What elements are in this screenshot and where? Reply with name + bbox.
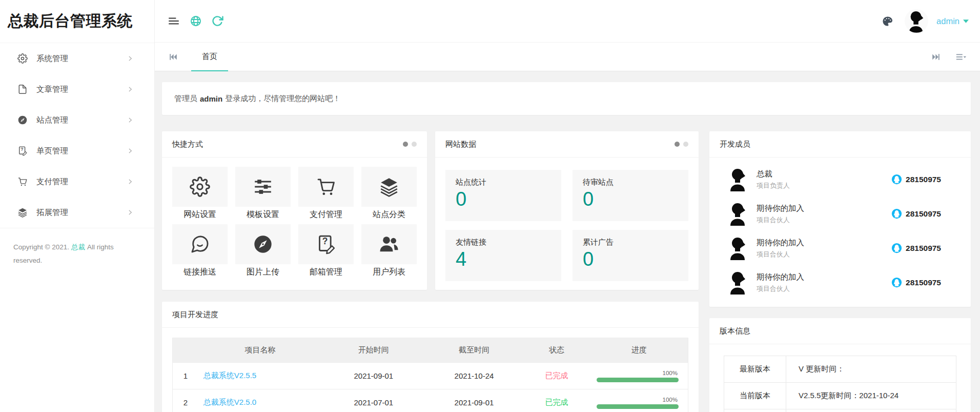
stat-value: 4: [456, 248, 551, 271]
carousel-dot-active[interactable]: [675, 142, 680, 147]
carousel-dot[interactable]: [412, 142, 417, 147]
chevron-right-icon: [127, 178, 134, 185]
shortcut-label: 模板设置: [235, 209, 291, 220]
topbar: admin: [155, 0, 980, 43]
username[interactable]: admin: [936, 16, 959, 26]
caret-down-icon[interactable]: [963, 19, 969, 23]
shortcut-template-settings[interactable]: 模板设置: [235, 167, 291, 220]
scroll-tabs-right-icon[interactable]: [931, 52, 941, 62]
status-badge: 已完成: [523, 389, 590, 412]
member-qq[interactable]: 28150975: [891, 243, 941, 253]
project-progress-panel: 项目开发进度 项目名: [162, 302, 699, 412]
panel-title: 网站数据: [445, 140, 476, 149]
sidebar-item-article-management[interactable]: 文章管理: [0, 74, 154, 105]
table-row: 最新版本 V 更新时间：: [724, 356, 956, 383]
project-link[interactable]: 总裁系统V2.5.5: [203, 371, 256, 380]
layers-icon: [17, 207, 28, 218]
version-table: 最新版本 V 更新时间： 当前版本 V2.5.5更新时间：2021-10-24: [724, 356, 956, 412]
member-name: 期待你的加入: [757, 272, 804, 283]
project-link[interactable]: 总裁系统V2.5.0: [203, 398, 256, 406]
member-avatar-icon: [728, 202, 748, 226]
welcome-role: 管理员: [174, 94, 197, 104]
progress-bar: [597, 378, 679, 382]
sidebar-menu: 系统管理 文章管理 站点管理 单页管理 支付管理: [0, 43, 154, 228]
panel-title: 项目开发进度: [172, 310, 218, 320]
table-row: 2 总裁系统V2.5.0 2021-07-01 2021-09-01 已完成 1…: [173, 389, 688, 412]
shortcut-mailbox-management[interactable]: 邮箱管理: [298, 224, 354, 278]
panel-title: 开发成员: [720, 140, 750, 149]
theme-button[interactable]: [882, 15, 893, 27]
app-logo: 总裁后台管理系统: [0, 0, 154, 43]
avatar[interactable]: [905, 9, 928, 33]
version-row-value: [786, 409, 956, 412]
member-avatar-icon: [728, 237, 748, 260]
qq-number: 28150975: [906, 209, 941, 219]
shortcut-site-category[interactable]: 站点分类: [361, 167, 417, 220]
member-name: 期待你的加入: [757, 203, 804, 214]
chevron-right-icon: [127, 86, 134, 93]
stat-label: 待审站点: [583, 178, 678, 187]
carousel-dots: [403, 142, 417, 147]
carousel-dot[interactable]: [683, 142, 688, 147]
member-role: 项目合伙人: [757, 215, 804, 225]
copyright-brand-link[interactable]: 总裁: [71, 243, 85, 251]
member-avatar-icon: [728, 168, 748, 191]
qq-icon: [891, 174, 902, 185]
shortcut-website-settings[interactable]: 网站设置: [172, 167, 228, 220]
shortcut-user-list[interactable]: 用户列表: [361, 224, 417, 278]
member-qq[interactable]: 28150975: [891, 174, 941, 185]
collapse-sidebar-button[interactable]: [167, 12, 180, 30]
tab-label: 首页: [202, 52, 217, 62]
chat-bubble-icon: [190, 234, 210, 254]
panel-title: 版本信息: [720, 326, 750, 336]
qq-number: 28150975: [906, 175, 941, 184]
compass-icon: [17, 115, 28, 125]
doc-question-icon: [17, 146, 28, 156]
sidebar-item-label: 系统管理: [36, 53, 127, 64]
list-item: 期待你的加入 项目合伙人 28150975: [709, 265, 971, 300]
layers-icon: [379, 176, 399, 197]
list-item: 总裁 项目负责人 28150975: [709, 162, 971, 197]
users-icon: [379, 234, 399, 254]
tab-home[interactable]: 首页: [186, 43, 234, 71]
sidebar-item-system-management[interactable]: 系统管理: [0, 43, 154, 74]
qq-icon: [891, 277, 902, 288]
file-icon: [17, 84, 28, 94]
status-badge: 已完成: [523, 363, 590, 389]
shortcut-link-push[interactable]: 链接推送: [172, 224, 228, 278]
hamburger-icon: [167, 14, 180, 28]
cart-icon: [316, 176, 336, 197]
table-row: [724, 409, 956, 412]
copyright: Copyright © 2021.总裁All rights reserved.: [0, 228, 154, 279]
refresh-button[interactable]: [211, 12, 223, 30]
stat-label: 累计广告: [583, 238, 678, 247]
tab-list-menu-icon[interactable]: [955, 51, 967, 63]
sidebar-item-extension-management[interactable]: 拓展管理: [0, 197, 154, 228]
chevron-right-icon: [127, 55, 134, 62]
stat-label: 站点统计: [456, 178, 551, 187]
palette-icon: [882, 15, 893, 27]
version-row-value: V 更新时间：: [786, 356, 956, 383]
member-qq[interactable]: 28150975: [891, 277, 941, 288]
sidebar-item-site-management[interactable]: 站点管理: [0, 105, 154, 135]
sidebar-item-page-management[interactable]: 单页管理: [0, 135, 154, 166]
member-qq[interactable]: 28150975: [891, 208, 941, 219]
shortcut-label: 邮箱管理: [298, 267, 354, 278]
topbar-right: admin: [882, 9, 969, 33]
site-data-panel: 网站数据 站点统计 0: [435, 131, 699, 290]
shortcut-label: 图片上传: [235, 267, 291, 278]
scroll-tabs-left-icon[interactable]: [168, 52, 178, 62]
stat-pending-sites: 待审站点 0: [573, 170, 688, 221]
row-index: 1: [173, 363, 198, 389]
member-avatar-icon: [728, 271, 748, 295]
sidebar-item-label: 拓展管理: [36, 207, 127, 218]
tabbar-right-controls: [931, 51, 967, 63]
shortcut-image-upload[interactable]: 图片上传: [235, 224, 291, 278]
qq-number: 28150975: [906, 278, 941, 287]
shortcut-payment-management[interactable]: 支付管理: [298, 167, 354, 220]
sidebar-item-payment-management[interactable]: 支付管理: [0, 166, 154, 197]
version-row-value: V2.5.5更新时间：2021-10-24: [786, 383, 956, 409]
carousel-dot-active[interactable]: [403, 142, 408, 147]
language-button[interactable]: [190, 12, 202, 30]
end-date: 2021-10-24: [425, 363, 523, 389]
